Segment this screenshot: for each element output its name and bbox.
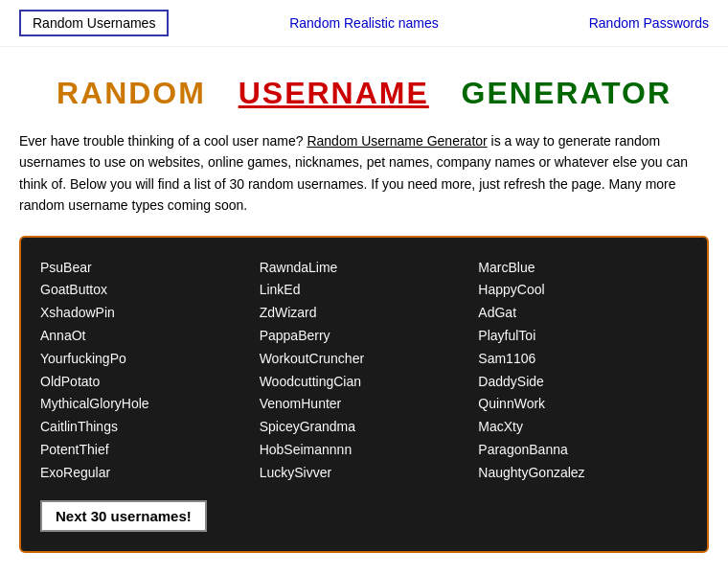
username-item: QuinnWork <box>478 393 688 416</box>
username-item: Sam1106 <box>478 348 688 371</box>
username-item: LinkEd <box>260 279 469 302</box>
username-item: MythicalGloryHole <box>40 393 250 416</box>
username-item: HappyCool <box>478 279 688 302</box>
faq-question-1: How many unique usernames do we have? <box>19 572 709 575</box>
username-item: WorkoutCruncher <box>260 348 469 371</box>
username-item: CaitlinThings <box>40 416 250 439</box>
page-title-section: RANDOM USERNAME GENERATOR <box>0 76 728 111</box>
title-generator-word: GENERATOR <box>462 76 672 110</box>
username-item: GoatButtox <box>40 279 250 302</box>
username-col-1: PsuBearGoatButtoxXshadowPinAnnaOtYourfuc… <box>40 257 250 485</box>
username-item: AnnaOt <box>40 325 250 348</box>
description-link[interactable]: Random Username Generator <box>307 133 487 149</box>
next-usernames-button[interactable]: Next 30 usernames! <box>40 500 207 532</box>
username-item: MarcBlue <box>478 257 688 280</box>
username-item: WoodcuttingCian <box>260 371 469 394</box>
faq-section: How many unique usernames do we have? We… <box>0 572 728 575</box>
username-item: ZdWizard <box>260 302 469 325</box>
username-item: MacXty <box>478 416 688 439</box>
username-item: LuckySivver <box>260 462 469 485</box>
username-item: YourfuckingPo <box>40 348 250 371</box>
nav-random-passwords[interactable]: Random Passwords <box>589 15 709 31</box>
username-item: AdGat <box>478 302 688 325</box>
username-item: OldPotato <box>40 371 250 394</box>
username-item: HobSeimannnn <box>260 439 469 462</box>
username-item: DaddySide <box>478 371 688 394</box>
username-col-2: RawndaLimeLinkEdZdWizardPappaBerryWorkou… <box>260 257 469 485</box>
username-item: PappaBerry <box>260 325 469 348</box>
title-random-word: RANDOM <box>57 76 206 110</box>
username-col-3: MarcBlueHappyCoolAdGatPlayfulToiSam1106D… <box>478 257 688 485</box>
nav-bar: Random Usernames Random Realistic names … <box>0 0 728 47</box>
username-grid: PsuBearGoatButtoxXshadowPinAnnaOtYourfuc… <box>40 257 688 485</box>
nav-random-usernames[interactable]: Random Usernames <box>19 10 169 36</box>
nav-random-realistic-names[interactable]: Random Realistic names <box>289 15 439 31</box>
username-item: NaughtyGonzalez <box>478 462 688 485</box>
description-text1: Ever have trouble thinking of a cool use… <box>19 133 307 149</box>
username-item: ParagonBanna <box>478 439 688 462</box>
username-item: RawndaLime <box>260 257 469 280</box>
username-item: ExoRegular <box>40 462 250 485</box>
faq-block-1: How many unique usernames do we have? We… <box>19 572 709 575</box>
username-item: XshadowPin <box>40 302 250 325</box>
username-item: PsuBear <box>40 257 250 280</box>
username-item: VenomHunter <box>260 393 469 416</box>
page-description: Ever have trouble thinking of a cool use… <box>0 130 728 217</box>
title-username-word: USERNAME <box>239 76 429 110</box>
username-box: PsuBearGoatButtoxXshadowPinAnnaOtYourfuc… <box>19 236 709 553</box>
username-item: PotentThief <box>40 439 250 462</box>
username-item: PlayfulToi <box>478 325 688 348</box>
username-item: SpiceyGrandma <box>260 416 469 439</box>
